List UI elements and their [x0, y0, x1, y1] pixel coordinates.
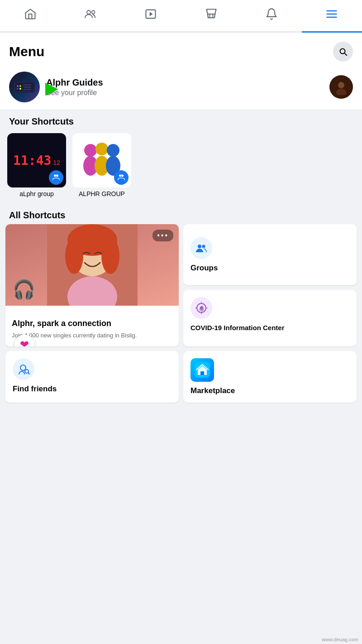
nav-menu[interactable]	[302, 0, 362, 31]
profile-avatar-image	[13, 78, 36, 96]
shortcuts-row: 11:43 12 aLphr group	[0, 130, 362, 203]
marketplace-label: Marketplace	[191, 386, 235, 395]
watermark: www.deuag.com	[322, 637, 358, 642]
shortcut-alphr-group[interactable]: 11:43 12 aLphr group	[7, 133, 66, 197]
profile-row[interactable]: ▶ Alphr Guides See your profile	[0, 66, 362, 110]
shortcut-label-1: aLphr group	[19, 190, 54, 197]
svg-point-35	[101, 238, 119, 274]
friends-icon	[83, 8, 98, 24]
svg-point-38	[202, 245, 205, 248]
covid-icon	[191, 297, 212, 319]
dating-card-description: Join 4,000 new singles currently dating …	[12, 332, 172, 340]
svg-point-34	[65, 238, 83, 274]
nav-home[interactable]	[0, 0, 60, 31]
find-friends-card[interactable]: Find friends	[5, 351, 179, 403]
nav-watch[interactable]	[121, 0, 181, 31]
marketplace-icon-circle	[191, 358, 214, 382]
nav-marketplace[interactable]	[181, 0, 241, 31]
svg-point-23	[84, 144, 97, 157]
dating-card-title: Alphr, spark a connection	[12, 318, 172, 329]
svg-point-30	[121, 174, 124, 177]
svg-point-21	[54, 174, 56, 177]
svg-point-27	[107, 144, 119, 157]
profile-info: Alphr Guides See your profile	[46, 77, 323, 97]
svg-point-25	[95, 143, 108, 155]
heart-icon: ❤	[20, 338, 29, 346]
find-friends-label: Find friends	[13, 384, 57, 394]
home-icon	[24, 8, 37, 24]
marketplace-card[interactable]: Marketplace	[183, 351, 357, 403]
covid-svg-icon	[195, 301, 208, 315]
all-shortcuts-header: All Shortcuts	[0, 203, 362, 224]
find-friends-svg-icon	[17, 362, 30, 376]
svg-rect-15	[23, 84, 31, 86]
svg-point-41	[20, 365, 26, 370]
main-content: Menu	[0, 33, 362, 408]
cards-grid: 🎧 ••• ❤ Alphr, spark a connection Join 4…	[0, 224, 362, 408]
shortcut-thumb-clock: 11:43 12	[7, 133, 66, 187]
dating-card-image: 🎧 •••	[5, 224, 179, 306]
menu-title: Menu	[9, 44, 44, 59]
svg-point-1	[91, 11, 95, 14]
secondary-avatar[interactable]	[329, 75, 353, 99]
search-icon	[338, 47, 348, 57]
group-badge-icon-2	[117, 173, 126, 182]
secondary-avatar-image	[333, 79, 349, 95]
dating-headphone-icon: 🎧	[13, 279, 35, 300]
svg-point-0	[87, 10, 90, 14]
find-friends-icon	[13, 358, 34, 380]
marketplace-svg-icon	[195, 362, 210, 378]
svg-rect-16	[23, 87, 31, 88]
top-navigation	[0, 0, 362, 33]
svg-point-12	[19, 85, 21, 87]
nav-notifications[interactable]	[241, 0, 301, 31]
covid-label: COVID-19 Information Center	[191, 323, 285, 332]
watch-icon	[144, 8, 157, 24]
svg-point-14	[19, 88, 21, 90]
svg-point-40	[200, 307, 203, 309]
dating-card[interactable]: 🎧 ••• ❤ Alphr, spark a connection Join 4…	[5, 224, 179, 346]
search-button[interactable]	[333, 42, 353, 62]
shortcut-alphr-group-2[interactable]: ALPHR GROUP	[72, 133, 131, 197]
svg-point-19	[338, 82, 344, 88]
svg-rect-17	[23, 89, 31, 90]
groups-card[interactable]: Groups	[183, 224, 357, 285]
groups-label: Groups	[191, 264, 218, 273]
avatar	[9, 72, 40, 102]
group-badge-2	[114, 170, 129, 185]
clock-suffix: 12	[53, 159, 60, 166]
shortcut-label-2: ALPHR GROUP	[79, 190, 125, 197]
svg-point-13	[17, 88, 19, 90]
bell-icon	[265, 8, 278, 24]
group-badge-1	[49, 170, 63, 185]
profile-name: Alphr Guides	[46, 77, 323, 88]
group-badge-icon-1	[52, 173, 61, 182]
profile-subtitle: See your profile	[46, 89, 323, 97]
svg-point-29	[119, 174, 121, 177]
marketplace-icon	[205, 8, 218, 24]
clock-time: 11:43	[13, 153, 51, 168]
shortcut-thumb-group	[72, 133, 131, 187]
groups-svg-icon	[195, 241, 208, 255]
svg-point-11	[17, 85, 19, 87]
svg-marker-3	[150, 12, 153, 16]
svg-point-22	[56, 174, 58, 177]
shortcuts-section-header: Your Shortcuts	[0, 110, 362, 130]
menu-header: Menu	[0, 33, 362, 66]
nav-friends[interactable]	[60, 0, 120, 31]
covid-card[interactable]: COVID-19 Information Center	[183, 290, 357, 346]
dating-card-dots[interactable]: •••	[152, 230, 173, 241]
dating-person-image	[47, 224, 138, 306]
svg-rect-44	[200, 371, 204, 375]
menu-icon	[325, 8, 338, 24]
groups-icon	[191, 237, 212, 259]
svg-point-37	[198, 245, 201, 248]
